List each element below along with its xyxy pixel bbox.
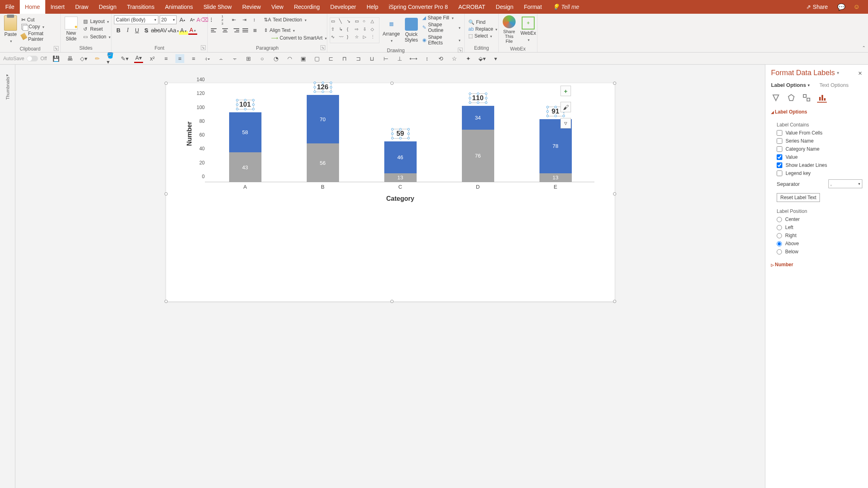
- close-pane-button[interactable]: ✕: [858, 70, 862, 76]
- shapes-gallery[interactable]: ▭╲↘▭○△ ⇧↳{⇨⇩◇ ∿〰}☆▷⋮: [330, 17, 379, 43]
- quick-styles-button[interactable]: Quick Styles: [403, 17, 419, 44]
- bar-group[interactable]: 7056: [307, 95, 339, 182]
- bar-segment-series1[interactable]: 13: [384, 173, 417, 182]
- shape-line-icon[interactable]: ╲: [339, 19, 347, 26]
- separator-select[interactable]: ,▾: [828, 179, 862, 188]
- text-direction-button[interactable]: ⇅AText Direction: [263, 17, 308, 23]
- clipboard-dialog-launcher[interactable]: ⇘: [54, 46, 59, 51]
- bar-segment-series2[interactable]: 70: [307, 95, 339, 143]
- shape-rect-icon[interactable]: ▭: [355, 19, 362, 26]
- justify-button[interactable]: [242, 26, 251, 35]
- align-text-button[interactable]: ⇕Align Text: [263, 27, 296, 34]
- label-sel-handle[interactable]: [330, 86, 332, 88]
- label-sel-handle[interactable]: [477, 93, 479, 95]
- label-sel-handle[interactable]: [399, 137, 402, 139]
- bar-segment-series2[interactable]: 58: [229, 112, 261, 152]
- qat-rotate-button[interactable]: ⟲: [436, 54, 445, 63]
- grow-font-button[interactable]: A▴: [178, 15, 187, 24]
- tab-design[interactable]: Design: [94, 0, 122, 14]
- label-sel-handle[interactable]: [554, 106, 557, 108]
- tab-chart-format[interactable]: Format: [518, 0, 547, 14]
- collapse-ribbon-button[interactable]: ⌃: [862, 45, 866, 50]
- layout-button[interactable]: ▤Layout: [81, 18, 112, 25]
- qat-align-obj-t-button[interactable]: ⊔: [368, 54, 377, 63]
- webex-share-button[interactable]: Share This File: [501, 15, 517, 44]
- fill-line-icon[interactable]: [771, 93, 781, 103]
- shape-arrow2-icon[interactable]: ⇧: [331, 27, 339, 34]
- label-sel-handle[interactable]: [391, 128, 394, 130]
- shape-action-icon[interactable]: ▷: [363, 34, 371, 42]
- paste-button[interactable]: Paste: [2, 15, 19, 44]
- tab-home[interactable]: Home: [20, 0, 45, 14]
- new-slide-button[interactable]: ✦ New Slide: [63, 16, 79, 42]
- label-sel-handle[interactable]: [469, 93, 471, 95]
- label-sel-handle[interactable]: [554, 115, 557, 117]
- bar-segment-series2[interactable]: 34: [462, 106, 494, 129]
- label-sel-handle[interactable]: [330, 90, 332, 93]
- dec-indent-button[interactable]: ⇤: [231, 15, 240, 24]
- tab-transitions[interactable]: Transitions: [122, 0, 160, 14]
- font-name-select[interactable]: Calibri (Body)▾: [114, 15, 158, 24]
- qat-send-back-button[interactable]: ▢: [313, 54, 322, 63]
- tab-draw[interactable]: Draw: [70, 0, 94, 14]
- shape-textbox-icon[interactable]: ▭: [331, 19, 339, 26]
- tab-acrobat[interactable]: ACROBAT: [453, 0, 491, 14]
- label-sel-handle[interactable]: [399, 128, 402, 130]
- section-number[interactable]: Number: [771, 262, 862, 267]
- qat-align-center-button[interactable]: ≡: [175, 54, 184, 63]
- bar-segment-series1[interactable]: 76: [462, 130, 494, 182]
- section-button[interactable]: ▭Section: [81, 33, 112, 40]
- sel-handle-bm[interactable]: [390, 300, 394, 303]
- arrange-button[interactable]: ▦Arrange: [381, 17, 402, 44]
- save-button[interactable]: 💾: [52, 54, 61, 63]
- qat-oval-button[interactable]: ○: [258, 54, 267, 63]
- chk-value-from-cells[interactable]: Value From Cells: [777, 130, 862, 136]
- qat-outline-color-button[interactable]: ✎▾: [120, 54, 129, 63]
- label-sel-handle[interactable]: [314, 86, 316, 88]
- label-sel-handle[interactable]: [252, 108, 255, 110]
- tab-animations[interactable]: Animations: [160, 0, 198, 14]
- reset-button[interactable]: ↺Reset: [81, 25, 112, 33]
- label-sel-handle[interactable]: [477, 101, 479, 104]
- tab-file[interactable]: File: [0, 0, 20, 14]
- reset-label-text-button[interactable]: Reset Label Text: [777, 193, 820, 202]
- qat-star-button[interactable]: ☆: [450, 54, 459, 63]
- label-sel-handle[interactable]: [391, 133, 394, 135]
- shape-star-icon[interactable]: ☆: [355, 34, 362, 42]
- clear-format-button[interactable]: A⌫: [198, 15, 207, 24]
- shape-arrow-icon[interactable]: ↘: [347, 19, 354, 26]
- qat-dist-v-button[interactable]: ↕: [423, 54, 432, 63]
- shape-callout-icon[interactable]: ◇: [371, 27, 378, 34]
- label-sel-handle[interactable]: [485, 101, 487, 104]
- slide-canvas[interactable]: Number Category 020406080100120140 ABCDE…: [166, 83, 615, 301]
- tab-view[interactable]: View: [266, 0, 289, 14]
- tab-insert[interactable]: Insert: [45, 0, 70, 14]
- section-label-options[interactable]: Label Options: [771, 109, 862, 115]
- tab-recording[interactable]: Recording: [289, 0, 325, 14]
- chk-leader-lines[interactable]: Show Leader Lines: [777, 162, 862, 168]
- total-data-label[interactable]: 110: [470, 94, 486, 103]
- qat-anim-button[interactable]: ✦: [464, 54, 473, 63]
- pane-tab-text-options[interactable]: Text Options: [820, 82, 849, 88]
- bar-group[interactable]: 3476: [462, 106, 494, 182]
- select-button[interactable]: ⬚Select: [467, 33, 499, 39]
- shape-outline-button[interactable]: ✎Shape Outline: [421, 21, 462, 34]
- label-sel-handle[interactable]: [407, 137, 410, 139]
- rad-left[interactable]: Left: [777, 225, 862, 230]
- total-data-label[interactable]: 101: [237, 100, 253, 109]
- webex-button[interactable]: +WebEx: [519, 16, 537, 43]
- numbering-button[interactable]: 123: [221, 15, 230, 24]
- label-sel-handle[interactable]: [407, 128, 410, 130]
- line-spacing-button[interactable]: ↕: [252, 15, 261, 24]
- label-options-icon[interactable]: [817, 93, 827, 103]
- label-sel-handle[interactable]: [546, 106, 549, 108]
- shape-conn-icon[interactable]: ↳: [339, 27, 347, 34]
- shape-effects-button[interactable]: ◉Shape Effects: [421, 34, 462, 46]
- label-sel-handle[interactable]: [546, 115, 549, 117]
- paragraph-dialog-launcher[interactable]: ⇘: [320, 45, 325, 50]
- qat-distribute-v-button[interactable]: ⫟: [230, 54, 239, 63]
- align-center-button[interactable]: [221, 26, 230, 35]
- change-case-button[interactable]: Aa: [170, 26, 179, 35]
- bold-button[interactable]: B: [114, 26, 123, 35]
- label-sel-handle[interactable]: [469, 97, 471, 99]
